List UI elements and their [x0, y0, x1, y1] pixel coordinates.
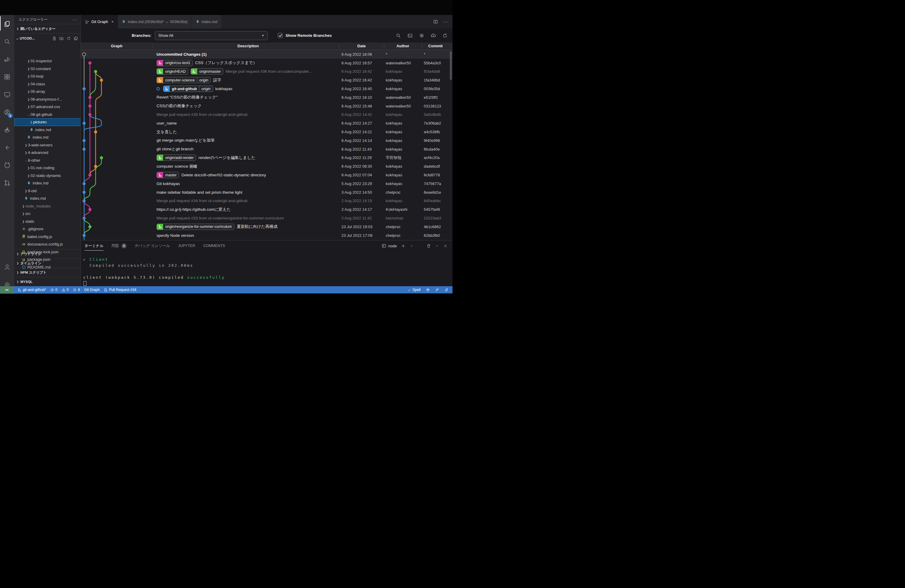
tab-git[interactable]: Git Graph× — [81, 15, 118, 29]
panel-tab-ターミナル[interactable]: ターミナル — [84, 240, 103, 251]
sidebar-section-アウトライン[interactable]: ❯アウトライン — [14, 249, 81, 258]
tree-item-05-array[interactable]: ❯05-array — [14, 88, 81, 95]
back-arrow-icon[interactable] — [0, 138, 14, 156]
terminal-icon[interactable] — [407, 33, 413, 38]
tree-item-01-inspector[interactable]: ❯01-inspector — [14, 57, 81, 65]
tree-item-01-not-coding[interactable]: ❯01-not-coding — [14, 164, 81, 172]
commit-row[interactable]: CSSの節の画像チェック6 Aug 2022 15:48waterwalker5… — [81, 102, 452, 110]
status-item-git-graph[interactable]: Git Graph — [84, 288, 100, 292]
column-header-description[interactable]: Description — [237, 44, 259, 48]
commit-row[interactable]: computer-scienceorigin誤字6 Aug 2022 16:42… — [81, 76, 452, 84]
tree-item-4-advanced[interactable]: ❯4-advanced — [14, 149, 81, 157]
pull-request-icon[interactable] — [0, 174, 14, 192]
chevron-down-icon[interactable] — [410, 244, 414, 248]
commit-row[interactable]: user_name6 Aug 2022 14:27kokhayas7e306ab… — [81, 119, 452, 127]
new-folder-icon[interactable] — [59, 36, 64, 41]
column-header-commit[interactable]: Commit — [428, 44, 443, 48]
tree-item-index-md[interactable]: index.md — [14, 195, 81, 202]
tree-item-src[interactable]: ❯src — [14, 210, 81, 218]
column-header-date[interactable]: Date — [357, 44, 366, 48]
project-section-header[interactable]: ⌄ UTCOD... — [14, 33, 81, 43]
branch-label-origin-css-test1[interactable]: origin/css-test1 — [157, 60, 193, 66]
branch-label-origin-master[interactable]: origin/master — [191, 68, 223, 75]
explorer-more-actions-icon[interactable]: ··· — [72, 17, 78, 22]
tree-item-index-md[interactable]: index.md — [14, 126, 81, 134]
commit-row[interactable]: origin/reorganize-for-summer-curriculum夏… — [81, 222, 452, 231]
panel-tab-COMMENTS[interactable]: COMMENTS — [203, 240, 225, 251]
chevron-up-icon[interactable] — [435, 244, 439, 248]
debug-icon[interactable] — [0, 50, 14, 68]
branch-label-git-and-github[interactable]: git-and-githuborigin — [163, 86, 213, 92]
tree-item-babel-config-js[interactable]: Bbabel.config.js — [14, 233, 81, 241]
tree-item-index-md[interactable]: index.md — [14, 133, 81, 141]
remote-explorer-icon[interactable] — [0, 86, 14, 103]
commit-row[interactable]: Merge pull request #35 from ut-code/git-… — [81, 110, 452, 119]
commit-row[interactable]: origin/add-renderrenderのページを編集しました6 Aug … — [81, 154, 452, 162]
terminal-profile[interactable]: node — [381, 243, 397, 248]
github-icon[interactable] — [0, 156, 14, 174]
tree-item-pictures[interactable]: ❯pictures — [14, 118, 81, 126]
status-item-0[interactable]: 0 — [62, 288, 69, 292]
search-icon[interactable] — [0, 33, 14, 50]
new-file-icon[interactable] — [52, 36, 57, 41]
commit-row[interactable]: Merge pull request #34 from ut-code/git-… — [81, 197, 452, 205]
add-icon[interactable] — [401, 244, 405, 248]
branch-label-origin-add-render[interactable]: origin/add-render — [157, 154, 196, 161]
tree-item-8-other[interactable]: ⌄8-other — [14, 157, 81, 164]
status-item-pet[interactable] — [426, 288, 430, 292]
commit-row[interactable]: 文を直した6 Aug 2022 14:21kokhayasa4c538fb — [81, 127, 452, 136]
commit-row[interactable]: Revert "CSSの節の画像チェック"6 Aug 2022 16:10wat… — [81, 93, 452, 102]
commit-row[interactable]: origin/HEADorigin/masterMerge pull reque… — [81, 67, 452, 76]
split-editor-icon[interactable] — [433, 19, 438, 24]
docker-icon[interactable] — [0, 121, 14, 138]
panel-tab-問題[interactable]: 問題8 — [112, 240, 127, 251]
sidebar-section-MYSQL[interactable]: ❯MYSQL — [14, 277, 81, 286]
panel-tab-JUPYTER[interactable]: JUPYTER — [178, 240, 195, 251]
status-item-spell[interactable]: Spell — [407, 288, 421, 292]
extensions-icon[interactable] — [0, 68, 14, 86]
tree-item-node-modules[interactable]: ❯node_modules — [14, 202, 81, 210]
commit-row[interactable]: git-and-githuboriginkokhayas6 Aug 2022 1… — [81, 84, 452, 93]
table-scrollbar[interactable] — [450, 51, 452, 80]
commit-row[interactable]: Merge pull request #33 from ut-code/reor… — [81, 214, 452, 222]
status-item-bell[interactable] — [445, 288, 448, 292]
accounts-icon[interactable]: 1 — [0, 103, 14, 121]
column-header-author[interactable]: Author — [397, 44, 410, 48]
tree-item-02-static-dynamic[interactable]: ❯02-static-dynamic — [14, 172, 81, 180]
close-icon[interactable]: × — [111, 19, 114, 24]
files-icon[interactable] — [0, 15, 14, 33]
split-icon[interactable]: undefined — [418, 244, 422, 248]
commit-row[interactable]: computer science 俯瞰6 Aug 2022 08:30kokha… — [81, 162, 452, 171]
commit-row[interactable]: masterDelete docs/8-other/02-static-dyna… — [81, 171, 452, 180]
commit-row[interactable]: Git kokhayas5 Aug 2022 23:29kokhayas7475… — [81, 180, 452, 188]
status-item-pull-request-#34[interactable]: Pull Request #34 — [104, 288, 136, 292]
branch-label-origin-reorganize-for-summer-curriculum[interactable]: origin/reorganize-for-summer-curriculum — [157, 224, 234, 230]
tree-item--gitignore[interactable]: .gitignore — [14, 225, 81, 233]
person-icon[interactable] — [0, 258, 14, 276]
panel-tab-デバッグ コンソール[interactable]: デバッグ コンソール — [135, 240, 170, 251]
tree-item-03-loop[interactable]: ❯03-loop — [14, 72, 81, 80]
branches-dropdown[interactable]: Show All ▼ — [155, 31, 268, 40]
branch-label-master[interactable]: master — [157, 172, 179, 178]
tab-index-md[interactable]: index.md — [192, 15, 222, 29]
commit-row[interactable]: git cloneとgit branch6 Aug 2022 11:43kokh… — [81, 145, 452, 154]
trash-icon[interactable] — [427, 244, 431, 248]
commit-row[interactable]: git merge origin mainなどを加筆6 Aug 2022 14:… — [81, 136, 452, 145]
status-item-feedback[interactable] — [435, 288, 439, 292]
branch-label-origin-head[interactable]: origin/HEAD — [157, 68, 188, 75]
refresh-icon[interactable] — [67, 36, 71, 41]
commit-row[interactable]: Uncommitted Changes (1)6 Aug 2022 18:06*… — [81, 50, 452, 59]
tab-index-md[interactable]: index.md (003fe35d^ ↔ 003fe35d) — [118, 15, 192, 29]
refresh-icon[interactable] — [442, 33, 448, 38]
tree-item-3-web-servers[interactable]: ❯3-web-servers — [14, 141, 81, 149]
sidebar-section-タイムライン[interactable]: ❯タイムライン — [14, 258, 81, 268]
cloud-download-icon[interactable] — [431, 33, 436, 38]
tree-item-index-md[interactable]: index.md — [14, 180, 81, 187]
commit-row[interactable]: https://.co.jpをhttps://github.comに変えた2 A… — [81, 205, 452, 214]
tree-item-9-old[interactable]: ❯9-old — [14, 187, 81, 195]
commit-row[interactable]: origin/css-test1CSS（フレックスボックスまで）6 Aug 20… — [81, 59, 452, 67]
search-icon[interactable] — [395, 33, 401, 38]
status-item-0[interactable]: 0 — [50, 288, 57, 292]
commit-row[interactable]: make sidebar foldable and set prism them… — [81, 188, 452, 197]
tree-item-08-git-github[interactable]: ⌄08-git-github — [14, 111, 81, 119]
